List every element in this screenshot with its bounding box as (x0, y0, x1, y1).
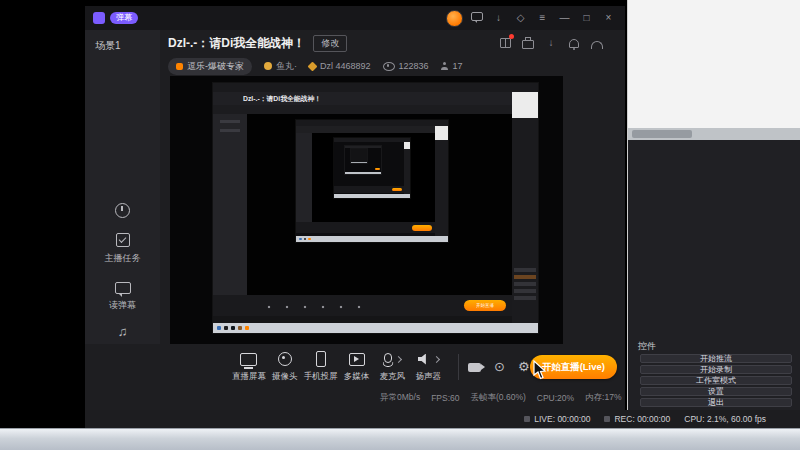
stream-meta-row: 逗乐-爆破专家 鱼丸· Dzl 4468892 122836 17 (160, 56, 625, 76)
recursive-capture-level-3 (296, 120, 448, 242)
avatar[interactable] (446, 10, 463, 27)
room-id-stat: Dzl 4468892 (309, 61, 371, 71)
mini-white-window (512, 92, 538, 118)
mini-taskbar (213, 323, 538, 333)
fishball-label: 鱼丸· (276, 60, 297, 73)
mini-start-button: 开始直播 (464, 300, 506, 311)
fan-badge: 逗乐-爆破专家 (168, 58, 252, 75)
studio-mode-button[interactable]: 工作室模式 (640, 376, 792, 385)
obs-status-bar: LIVE: 00:00:00 REC: 00:00:00 CPU: 2.1%, … (85, 410, 800, 428)
tool-camera[interactable]: 摄像头 (267, 351, 303, 383)
gift-icon[interactable]: ◇ (512, 11, 529, 25)
network-status: 异常0Mb/s (380, 392, 420, 404)
background-white-window (628, 0, 800, 129)
close-button[interactable]: × (600, 11, 617, 25)
mini-toolbar: 开始直播 (213, 295, 512, 316)
speaker-icon (418, 351, 439, 367)
minimize-button[interactable]: — (556, 11, 573, 25)
mouse-cursor (533, 360, 547, 380)
rec-timer-label: REC: 00:00:00 (614, 414, 670, 424)
tool-live-screen[interactable]: 直播屏幕 (231, 351, 267, 383)
mini-start-button (392, 188, 402, 191)
recursive-capture-level-6 (351, 149, 367, 163)
dropped-frames-status: 丢帧率(0.60%) (471, 392, 526, 404)
recursive-capture-level-2: Dzl-.-：请Di我全能战神！ (213, 83, 538, 333)
tasks-icon (116, 232, 130, 248)
sidebar-item-danmaku-reader[interactable]: 读弹幕 (85, 280, 160, 312)
sidebar-item-label: 读弹幕 (85, 299, 160, 312)
start-streaming-button[interactable]: 开始推流 (640, 354, 792, 363)
douyu-companion-window: 弹幕 ↓ ◇ ≡ — □ × Dzl-.-：请Di我全能战神！ 修改 ↓ (85, 6, 625, 410)
download-tool-icon[interactable]: ↓ (545, 37, 557, 49)
mini-preview (247, 114, 512, 295)
bell-shape-icon (569, 39, 579, 48)
mini-right-panel (435, 126, 448, 236)
exit-button[interactable]: 退出 (640, 398, 792, 407)
mini-taskbar (296, 236, 448, 242)
gift-panel-icon[interactable] (499, 37, 511, 49)
live-timer: LIVE: 00:00:00 (524, 414, 590, 424)
person-icon (441, 62, 449, 70)
taskbar (0, 428, 800, 450)
titlebar[interactable]: 弹幕 ↓ ◇ ≡ — □ × (85, 6, 625, 30)
print-icon[interactable] (522, 37, 534, 49)
viewers-count: 122836 (399, 61, 429, 71)
fan-badge-icon (176, 63, 183, 70)
stream-info-row: Dzl-.-：请Di我全能战神！ 修改 ↓ (160, 30, 625, 56)
danmaku-badge: 弹幕 (110, 12, 138, 24)
tool-label: 麦克风 (380, 371, 406, 383)
mini-titlebar (213, 83, 538, 92)
scrollbar-thumb[interactable] (632, 130, 692, 138)
tool-speaker[interactable]: 扬声器 (410, 351, 446, 383)
settings-button[interactable]: 设置 (640, 387, 792, 396)
cpu-status: CPU:20% (537, 393, 574, 403)
tool-label: 摄像头 (272, 371, 298, 383)
camera-icon (278, 351, 292, 367)
headset-icon[interactable] (591, 37, 603, 49)
mini-preview (312, 133, 435, 222)
bell-icon[interactable] (568, 37, 580, 49)
mini-taskbar (334, 194, 410, 198)
download-icon[interactable]: ↓ (490, 11, 507, 25)
sidebar-item-timer[interactable] (85, 202, 160, 220)
mini-taskbar (345, 172, 381, 174)
start-recording-button[interactable]: 开始录制 (640, 365, 792, 374)
videocam-icon[interactable] (468, 363, 481, 372)
record-icon[interactable]: ⊙ (494, 360, 505, 374)
mini-toolbar (296, 222, 435, 233)
tool-media[interactable]: 多媒体 (339, 351, 375, 383)
printer-icon (522, 40, 534, 49)
live-preview-canvas[interactable]: Dzl-.-：请Di我全能战神！ (170, 76, 563, 344)
mini-status-row (213, 316, 512, 323)
mini-start-button (412, 225, 432, 231)
tool-microphone[interactable]: 麦克风 (374, 351, 410, 383)
headset-shape-icon (591, 41, 603, 49)
chat-icon[interactable] (468, 11, 485, 25)
mini-sidebar (213, 114, 247, 295)
mini-start-button (375, 168, 380, 170)
edit-title-button[interactable]: 修改 (313, 35, 347, 52)
scene-sidebar: 场景1 主播任务 读弹幕 ♫ 歌词助手 ▲ (85, 30, 160, 344)
tool-label: 直播屏幕 (232, 371, 266, 383)
tool-label: 多媒体 (344, 371, 370, 383)
coin-icon (264, 62, 272, 70)
mini-start-label: 开始直播 (476, 302, 494, 309)
app-status-bar: 异常0Mb/s FPS:60 丢帧率(0.60%) CPU:20% 内存:17%… (85, 390, 625, 406)
tool-phone-cast[interactable]: 手机投屏 (303, 351, 339, 383)
notification-badge (509, 34, 514, 39)
down-arrow-icon: ↓ (549, 38, 554, 48)
settings-gear-icon[interactable]: ⚙ (518, 360, 530, 374)
room-id-label: Dzl 4468892 (320, 61, 371, 71)
mini-toolbar-icons (258, 303, 368, 309)
chevron-down-icon[interactable] (395, 355, 402, 362)
menu-icon[interactable]: ≡ (534, 11, 551, 25)
sidebar-item-tasks[interactable]: 主播任务 (85, 232, 160, 265)
maximize-button[interactable]: □ (578, 11, 595, 25)
mini-titlebar (345, 146, 381, 148)
toolbar-right-icons: ⊙ ⚙ (468, 360, 530, 374)
mini-stream-row: Dzl-.-：请Di我全能战神！ (213, 92, 538, 105)
monitor-icon (240, 351, 257, 367)
scene-label[interactable]: 场景1 (85, 30, 160, 62)
chevron-down-icon[interactable] (433, 355, 440, 362)
tool-label: 手机投屏 (304, 371, 338, 383)
